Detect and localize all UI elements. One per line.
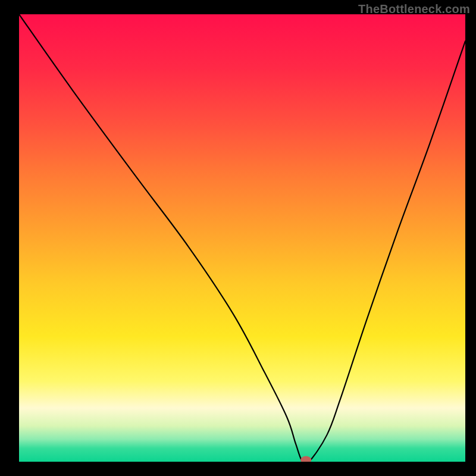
bottleneck-chart [19, 14, 465, 462]
chart-frame: TheBottleneck.com [0, 0, 476, 476]
gradient-rect [19, 14, 465, 462]
watermark-text: TheBottleneck.com [358, 2, 470, 16]
plot-area [19, 14, 465, 462]
